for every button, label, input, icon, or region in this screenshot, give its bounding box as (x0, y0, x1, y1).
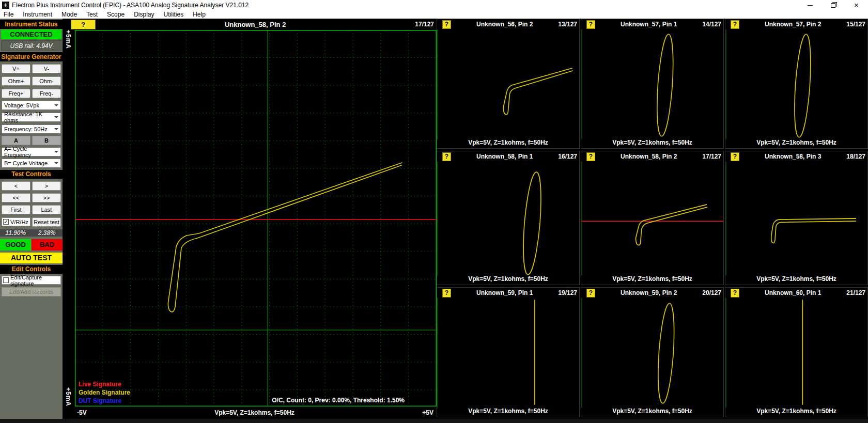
fast-next-button[interactable]: >> (32, 193, 61, 202)
thumbnail-unknown-57-pin-1[interactable]: ? Unknown_57, Pin 1 14/127 Vpk=5V, Z=1ko… (581, 19, 724, 149)
connection-status-badge: CONNECTED (1, 29, 61, 39)
resistance-select[interactable]: Resistance: 1K ohms (2, 113, 61, 122)
y-axis-strip: +5mA +5mA (63, 30, 75, 406)
thumb-help-button[interactable]: ? (731, 152, 739, 161)
main-help-button[interactable]: ? (71, 20, 96, 29)
thumbnail-unknown-58-pin-3[interactable]: ? Unknown_58, Pin 3 18/127 Vpk=5V, Z=1ko… (725, 151, 868, 285)
menu-help[interactable]: Help (188, 11, 210, 18)
x-axis-right-label: +5V (422, 409, 433, 416)
chevron-down-icon (54, 162, 58, 164)
app-icon: + (2, 2, 9, 9)
preset-b-select-value: B= Cycle Voltage (4, 160, 48, 166)
edit-add-records-button: Edit/Add Records (2, 287, 61, 296)
usb-rail-readout: USB rail: 4.94V (1, 40, 61, 51)
good-button[interactable]: GOOD (0, 239, 31, 250)
voltage-up-button[interactable]: V+ (2, 64, 30, 73)
voltage-down-button[interactable]: V- (32, 64, 61, 73)
voltage-select-value: Voltage: 5Vpk (4, 102, 39, 108)
reset-test-button[interactable]: Reset test (32, 217, 61, 227)
thumb-plot (581, 162, 723, 275)
first-button[interactable]: First (2, 205, 30, 214)
thumb-title: Unknown_59, Pin 2 (595, 289, 702, 296)
thumb-help-button[interactable]: ? (586, 289, 595, 297)
thumb-plot (437, 162, 579, 275)
resistance-up-button[interactable]: Ohm+ (2, 76, 30, 86)
thumbnail-unknown-59-pin-2[interactable]: ? Unknown_59, Pin 2 20/127 Vpk=5V, Z=1ko… (581, 287, 724, 417)
control-sidebar: Instrument Status CONNECTED USB rail: 4.… (0, 19, 63, 419)
percent-left-value: 11.90% (0, 229, 32, 237)
thumb-footer: Vpk=5V, Z=1kohms, f=50Hz (437, 275, 579, 285)
thumbnail-header: ? Unknown_58, Pin 3 18/127 (725, 151, 867, 162)
frequency-down-button[interactable]: Freq- (32, 89, 61, 98)
chevron-down-icon (54, 128, 58, 130)
main-signature-panel: ? Unknown_58, Pin 2 17/127 +5mA +5mA (63, 19, 437, 419)
edit-capture-row[interactable]: Edit/Capture signature (2, 276, 61, 285)
menu-mode[interactable]: Mode (57, 11, 82, 18)
voltage-select[interactable]: Voltage: 5Vpk (2, 101, 61, 110)
restore-button[interactable] (822, 0, 845, 10)
menu-utilities[interactable]: Utilities (159, 11, 188, 18)
edit-capture-checkbox[interactable] (3, 277, 9, 283)
thumb-title: Unknown_58, Pin 2 (595, 153, 702, 160)
signature-thumbnail-grid: ? Unknown_56, Pin 2 13/127 Vpk=5V, Z=1ko… (437, 19, 868, 419)
thumb-footer: Vpk=5V, Z=1kohms, f=50Hz (581, 139, 723, 148)
signature-trace (503, 68, 572, 115)
main-signature-plot[interactable]: Live Signature Golden Signature DUT Sign… (75, 30, 437, 406)
grid-dotted-lines (75, 30, 437, 406)
preset-b-button[interactable]: B (32, 136, 61, 145)
auto-test-button[interactable]: AUTO TEST (0, 253, 63, 263)
error-percent-strip: 11.90% 2.38% (0, 229, 63, 237)
preset-b-select[interactable]: B= Cycle Voltage (2, 159, 61, 168)
preset-a-select[interactable]: A= Cycle Frequency (2, 147, 61, 156)
preset-a-button[interactable]: A (2, 136, 30, 145)
thumb-help-button[interactable]: ? (731, 289, 739, 297)
thumb-title: Unknown_59, Pin 1 (451, 289, 558, 296)
y-axis-top-label: +5mA (65, 30, 72, 49)
last-button[interactable]: Last (32, 205, 61, 214)
thumb-plot (581, 298, 723, 408)
thumbnail-unknown-56-pin-2[interactable]: ? Unknown_56, Pin 2 13/127 Vpk=5V, Z=1ko… (437, 19, 580, 149)
signature-legend: Live Signature Golden Signature DUT Sign… (79, 380, 130, 405)
thumbnail-unknown-59-pin-1[interactable]: ? Unknown_59, Pin 1 19/127 Vpk=5V, Z=1ko… (437, 287, 580, 417)
close-button[interactable]: × (845, 0, 868, 10)
legend-golden: Golden Signature (79, 388, 130, 397)
x-axis-left-label: -5V (77, 409, 87, 416)
main-chart-header: ? Unknown_58, Pin 2 17/127 (63, 19, 437, 30)
vrhz-checkbox[interactable]: ✓ (3, 219, 9, 225)
next-button[interactable]: > (32, 181, 61, 191)
thumb-help-button[interactable]: ? (442, 20, 451, 29)
thumbnail-unknown-60-pin-1[interactable]: ? Unknown_60, Pin 1 21/127 Vpk=5V, Z=1ko… (725, 287, 868, 417)
thumb-help-button[interactable]: ? (442, 152, 451, 161)
thumbnail-header: ? Unknown_57, Pin 2 15/127 (725, 19, 867, 29)
thumb-plot (725, 162, 867, 275)
thumb-help-button[interactable]: ? (586, 152, 595, 161)
prev-button[interactable]: < (2, 181, 30, 191)
thumbnail-header: ? Unknown_59, Pin 2 20/127 (581, 288, 723, 298)
thumb-plot (437, 298, 579, 408)
thumb-help-button[interactable]: ? (586, 20, 595, 29)
thumbnail-unknown-57-pin-2[interactable]: ? Unknown_57, Pin 2 15/127 Vpk=5V, Z=1ko… (725, 19, 868, 149)
resistance-down-button[interactable]: Ohm- (32, 76, 61, 86)
vrhz-checkbox-row[interactable]: ✓ V/R/Hz (2, 217, 30, 226)
thumb-footer: Vpk=5V, Z=1kohms, f=50Hz (725, 408, 867, 417)
thumb-help-button[interactable]: ? (731, 20, 739, 29)
thumb-help-button[interactable]: ? (442, 289, 451, 297)
test-controls-header: Test Controls (0, 170, 63, 179)
menu-scope[interactable]: Scope (102, 11, 129, 18)
bad-button[interactable]: BAD (32, 239, 63, 250)
menu-instrument[interactable]: Instrument (18, 11, 57, 18)
fast-prev-button[interactable]: << (2, 193, 30, 202)
minimize-icon (808, 5, 813, 6)
thumbnail-unknown-58-pin-1[interactable]: ? Unknown_58, Pin 1 16/127 Vpk=5V, Z=1ko… (437, 151, 580, 285)
thumbnail-header: ? Unknown_59, Pin 1 19/127 (437, 288, 579, 298)
frequency-select[interactable]: Frequency: 50Hz (2, 124, 61, 134)
menu-file[interactable]: File (0, 11, 18, 18)
frequency-up-button[interactable]: Freq+ (2, 89, 30, 98)
thumb-footer: Vpk=5V, Z=1kohms, f=50Hz (725, 275, 867, 285)
thumb-plot (437, 29, 579, 139)
menu-display[interactable]: Display (129, 11, 159, 18)
minimize-button[interactable] (798, 0, 822, 10)
legend-live: Live Signature (79, 380, 130, 388)
menu-test[interactable]: Test (82, 11, 102, 18)
thumbnail-unknown-58-pin-2[interactable]: ? Unknown_58, Pin 2 17/127 Vpk=5V, Z=1ko… (581, 151, 724, 285)
